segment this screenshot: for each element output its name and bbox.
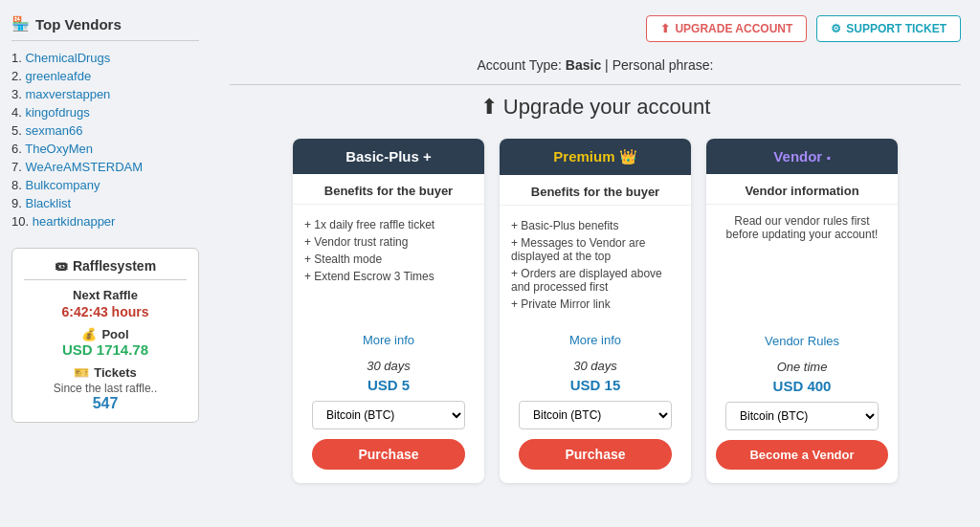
benefit-item: + Private Mirror link bbox=[511, 297, 679, 311]
raffle-title-label: Rafflesystem bbox=[73, 258, 156, 274]
benefit-item: + Extend Escrow 3 Times bbox=[304, 270, 473, 283]
vendor-list-item: 10. heartkidnapper bbox=[11, 214, 199, 229]
benefit-item: + 1x daily free raffle ticket bbox=[304, 218, 473, 231]
plan-duration: One time bbox=[706, 360, 898, 374]
vendor-list-item: 2. greenleafde bbox=[11, 69, 199, 83]
tickets-label: 🎫 Tickets bbox=[24, 365, 187, 380]
main-header: ⬆ UPGRADE ACCOUNT ⚙ SUPPORT TICKET bbox=[230, 15, 961, 42]
plan-card-premium: Premium 👑 Benefits for the buyer + Basic… bbox=[500, 139, 691, 483]
benefit-item: + Stealth mode bbox=[304, 253, 473, 266]
vendor-link[interactable]: sexman66 bbox=[25, 123, 82, 138]
page-title: ⬆ Upgrade your account bbox=[230, 95, 961, 120]
sidebar: 🏪 Top Vendors 1. ChemicalDrugs2. greenle… bbox=[0, 0, 211, 527]
next-raffle-label: Next Raffle bbox=[24, 288, 187, 302]
plan-card-vendor: Vendor ▪ Vendor information Read our ven… bbox=[706, 139, 898, 483]
personal-phrase-label: Personal phrase: bbox=[612, 57, 714, 73]
account-type-text: Account Type: bbox=[478, 57, 562, 73]
benefit-item: + Basic-Plus benefits bbox=[511, 219, 679, 232]
main-content: ⬆ UPGRADE ACCOUNT ⚙ SUPPORT TICKET Accou… bbox=[211, 0, 980, 527]
raffle-icon: 🎟 bbox=[55, 258, 68, 274]
support-icon: ⚙ bbox=[831, 22, 841, 35]
vendor-link[interactable]: heartkidnapper bbox=[33, 214, 116, 229]
plan-currency-select-basic-plus[interactable]: Bitcoin (BTC) bbox=[312, 401, 465, 429]
plans-row: Basic-Plus + Benefits for the buyer + 1x… bbox=[230, 139, 961, 483]
plan-currency-select-vendor[interactable]: Bitcoin (BTC) bbox=[725, 402, 879, 430]
plan-price: USD 5 bbox=[293, 377, 484, 393]
sidebar-top-vendors-header: 🏪 Top Vendors bbox=[11, 15, 199, 41]
upgrade-chevron-icon: ⬆ bbox=[480, 95, 498, 119]
vendor-list-item: 7. WeAreAMSTERDAM bbox=[11, 160, 199, 174]
plan-benefits: + 1x daily free raffle ticket+ Vendor tr… bbox=[293, 205, 484, 324]
vendor-link[interactable]: greenleafde bbox=[25, 69, 91, 83]
benefit-item: + Messages to Vendor are displayed at th… bbox=[511, 236, 679, 263]
plan-header-vendor: Vendor ▪ bbox=[706, 139, 898, 174]
account-type-value: Basic bbox=[566, 57, 601, 73]
vendor-rules-link[interactable]: Vendor Rules bbox=[765, 334, 839, 348]
vendor-link[interactable]: TheOxyMen bbox=[25, 142, 93, 156]
plan-card-basic-plus: Basic-Plus + Benefits for the buyer + 1x… bbox=[293, 139, 484, 483]
shop-icon: 🏪 bbox=[11, 15, 30, 33]
plan-benefits: + Basic-Plus benefits+ Messages to Vendo… bbox=[500, 206, 691, 324]
more-info-link[interactable]: More info bbox=[569, 333, 621, 347]
pool-label: 💰 Pool bbox=[24, 327, 187, 341]
vendor-info-text: Read our vendor rules first before updat… bbox=[706, 205, 898, 325]
separator: | bbox=[605, 57, 609, 73]
support-ticket-label: SUPPORT TICKET bbox=[846, 22, 947, 35]
vendor-list-item: 1. ChemicalDrugs bbox=[11, 51, 199, 65]
plan-benefits-title: Benefits for the buyer bbox=[293, 174, 484, 205]
plan-currency-select-premium[interactable]: Bitcoin (BTC) bbox=[519, 401, 672, 429]
benefit-item: + Vendor trust rating bbox=[304, 235, 473, 249]
tickets-sub: Since the last raffle.. bbox=[24, 382, 187, 395]
upgrade-account-label: UPGRADE ACCOUNT bbox=[675, 22, 792, 35]
become-vendor-button[interactable]: Become a Vendor bbox=[716, 440, 888, 470]
raffle-title: 🎟 Rafflesystem bbox=[24, 258, 187, 280]
plan-duration: 30 days bbox=[500, 359, 691, 373]
top-vendors-label: Top Vendors bbox=[35, 16, 122, 33]
more-info-link-container: More info bbox=[293, 324, 484, 355]
vendor-rules-link-container: Vendor Rules bbox=[706, 325, 898, 356]
raffle-timer: 6:42:43 hours bbox=[24, 304, 187, 319]
vendor-list-item: 9. Blacklist bbox=[11, 196, 199, 210]
upgrade-icon: ⬆ bbox=[660, 22, 670, 35]
purchase-button-premium[interactable]: Purchase bbox=[519, 439, 672, 470]
plan-header-premium: Premium 👑 bbox=[500, 139, 691, 175]
vendor-link[interactable]: Bulkcompany bbox=[25, 178, 100, 192]
plan-duration: 30 days bbox=[293, 359, 484, 373]
upgrade-account-button[interactable]: ⬆ UPGRADE ACCOUNT bbox=[646, 15, 807, 42]
vendor-list-item: 4. kingofdrugs bbox=[11, 105, 199, 120]
benefit-item: + Orders are displayed above and process… bbox=[511, 267, 679, 294]
vendor-link[interactable]: maxverstappen bbox=[25, 87, 110, 101]
support-ticket-button[interactable]: ⚙ SUPPORT TICKET bbox=[816, 15, 961, 42]
account-info-bar: Account Type: Basic | Personal phrase: bbox=[230, 57, 961, 85]
tickets-count: 547 bbox=[24, 395, 187, 412]
plan-price: USD 400 bbox=[706, 378, 898, 394]
vendor-list-item: 5. sexman66 bbox=[11, 123, 199, 138]
vendor-link[interactable]: WeAreAMSTERDAM bbox=[25, 160, 143, 174]
vendor-link[interactable]: Blacklist bbox=[25, 196, 71, 210]
vendor-list-item: 8. Bulkcompany bbox=[11, 178, 199, 192]
purchase-button-basic-plus[interactable]: Purchase bbox=[312, 439, 465, 470]
plan-benefits-title: Vendor information bbox=[706, 174, 898, 205]
plan-price: USD 15 bbox=[500, 377, 691, 393]
pool-amount: USD 1714.78 bbox=[24, 341, 187, 358]
ticket-icon: 🎫 bbox=[74, 365, 89, 380]
vendor-list-item: 6. TheOxyMen bbox=[11, 142, 199, 156]
vendor-list-item: 3. maxverstappen bbox=[11, 87, 199, 101]
more-info-link[interactable]: More info bbox=[363, 333, 414, 347]
more-info-link-container: More info bbox=[500, 324, 691, 355]
plan-header-basic-plus: Basic-Plus + bbox=[293, 139, 484, 174]
pool-icon: 💰 bbox=[81, 327, 97, 341]
vendor-link[interactable]: kingofdrugs bbox=[25, 105, 89, 120]
vendor-list: 1. ChemicalDrugs2. greenleafde3. maxvers… bbox=[11, 51, 199, 229]
vendor-link[interactable]: ChemicalDrugs bbox=[25, 51, 110, 65]
raffle-box: 🎟 Rafflesystem Next Raffle 6:42:43 hours… bbox=[11, 248, 199, 423]
plan-benefits-title: Benefits for the buyer bbox=[500, 175, 691, 206]
